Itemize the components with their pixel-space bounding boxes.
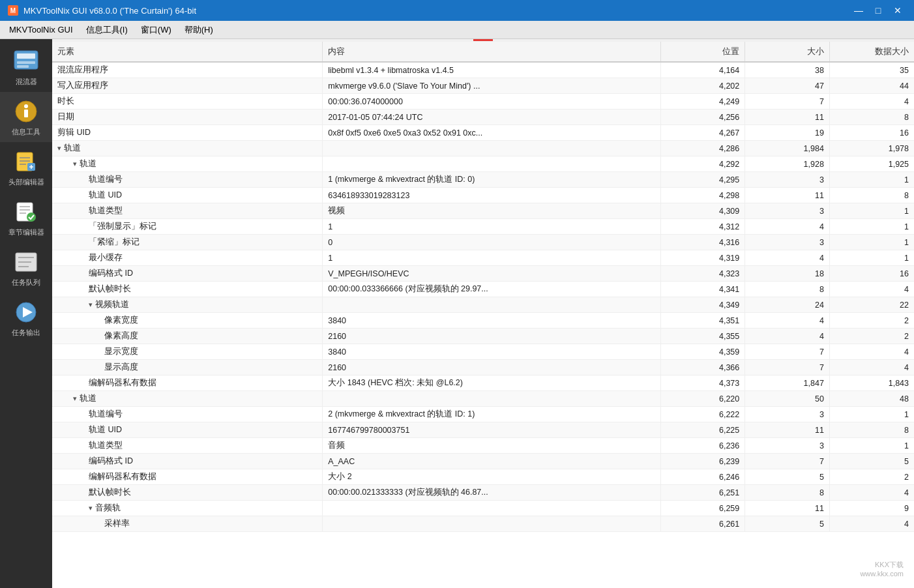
datasize-cell: 1 [829, 172, 914, 188]
table-row[interactable]: ▾ 视频轨道4,3492422 [52, 297, 914, 313]
position-cell: 6,246 [660, 469, 745, 485]
position-cell: 4,312 [660, 219, 745, 235]
position-cell: 4,249 [660, 94, 745, 110]
sidebar-item-task-output[interactable]: 任务输出 [0, 293, 52, 343]
content-cell: 大小 2 [323, 469, 660, 485]
table-row[interactable]: 轨道类型音频6,23631 [52, 438, 914, 454]
table-row[interactable]: ▾ 轨道4,2861,9841,978 [52, 141, 914, 156]
table-row[interactable]: 写入应用程序mkvmerge v9.6.0 ('Slave To Your Mi… [52, 78, 914, 94]
table-row[interactable]: 采样率6,26154 [52, 516, 914, 532]
task-queue-icon [12, 248, 40, 276]
table-row[interactable]: 最小缓存14,31941 [52, 250, 914, 266]
content-cell: 1 [323, 219, 660, 235]
size-cell: 4 [745, 219, 830, 235]
position-cell: 4,298 [660, 188, 745, 203]
menu-item-help[interactable]: 帮助(H) [178, 22, 220, 38]
size-cell: 1,928 [745, 156, 830, 172]
table-row[interactable]: 日期2017-01-05 07:44:24 UTC4,256118 [52, 110, 914, 125]
table-row[interactable]: 编解码器私有数据大小 1843 (HEVC 档次: 未知 @L6.2)4,373… [52, 375, 914, 391]
size-cell: 38 [745, 62, 830, 78]
position-cell: 4,349 [660, 297, 745, 313]
sidebar-item-task-queue[interactable]: 任务队列 [0, 243, 52, 293]
table-row[interactable]: 轨道 UID6346189330192831234,298118 [52, 188, 914, 203]
datasize-cell: 16 [829, 266, 914, 282]
size-cell: 11 [745, 188, 830, 203]
position-cell: 4,267 [660, 125, 745, 141]
table-row[interactable]: 「强制显示」标记14,31241 [52, 219, 914, 235]
datasize-cell: 4 [829, 360, 914, 375]
close-button[interactable]: ✕ [889, 4, 906, 17]
position-cell: 4,286 [660, 141, 745, 156]
datasize-cell: 48 [829, 391, 914, 407]
mixer-icon [12, 47, 40, 76]
table-row[interactable]: ▾ 音频轨6,259119 [52, 501, 914, 516]
content-cell: mkvmerge v9.6.0 ('Slave To Your Mind') .… [323, 78, 660, 94]
sidebar-item-header-editor[interactable]: 头部编辑器 [0, 142, 52, 192]
table-row[interactable]: 显示高度21604,36674 [52, 360, 914, 375]
menu-item-window[interactable]: 窗口(W) [134, 22, 178, 38]
sidebar-label-output: 任务输出 [12, 328, 40, 338]
table-row[interactable]: ▾ 轨道6,2205048 [52, 391, 914, 407]
content-cell: V_MPEGH/ISO/HEVC [323, 266, 660, 282]
table-row[interactable]: ▾ 轨道4,2921,9281,925 [52, 156, 914, 172]
table-container[interactable]: 元素 内容 位置 大小 数据大小 混流应用程序libebml v1.3.4 + … [52, 42, 914, 588]
table-row[interactable]: 显示宽度38404,35974 [52, 344, 914, 360]
sidebar-item-chapter-editor[interactable]: 章节编辑器 [0, 192, 52, 243]
position-cell: 4,309 [660, 203, 745, 219]
info-icon [12, 97, 40, 126]
position-cell: 4,351 [660, 313, 745, 329]
datasize-cell: 4 [829, 94, 914, 110]
expand-icon[interactable]: ▾ [89, 504, 93, 512]
expand-icon[interactable]: ▾ [89, 301, 93, 309]
table-row[interactable]: 轨道编号2 (mkvmerge & mkvextract 的轨道 ID: 1)6… [52, 407, 914, 422]
table-row[interactable]: 轨道 UID1677467997800037516,225118 [52, 422, 914, 438]
menu-item-info[interactable]: 信息工具(I) [80, 22, 134, 38]
content-cell [323, 516, 660, 532]
watermark: KKX下载 www.kkx.com [860, 560, 904, 578]
svg-rect-6 [24, 110, 28, 117]
table-row[interactable]: 编码格式 IDV_MPEGH/ISO/HEVC4,3231816 [52, 266, 914, 282]
table-row[interactable]: 默认帧时长00:00:00.021333333 (对应视频轨的 46.87...… [52, 485, 914, 501]
position-cell: 4,373 [660, 375, 745, 391]
col-header-datasize: 数据大小 [829, 42, 914, 62]
sidebar-label-info: 信息工具 [12, 127, 40, 137]
table-row[interactable]: 剪辑 UID0x8f 0xf5 0xe6 0xe5 0xa3 0x52 0x91… [52, 125, 914, 141]
content-cell [323, 156, 660, 172]
content-cell: 0 [323, 235, 660, 250]
table-row[interactable]: 像素高度21604,35542 [52, 329, 914, 344]
datasize-cell: 1 [829, 203, 914, 219]
table-row[interactable]: 「紧缩」标记04,31631 [52, 235, 914, 250]
element-label: 音频轨 [95, 503, 121, 512]
table-row[interactable]: 编解码器私有数据大小 26,24652 [52, 469, 914, 485]
expand-icon[interactable]: ▾ [57, 144, 61, 153]
position-cell: 4,319 [660, 250, 745, 266]
size-cell: 4 [745, 250, 830, 266]
table-row[interactable]: 混流应用程序libebml v1.3.4 + libmatroska v1.4.… [52, 62, 914, 78]
table-row[interactable]: 编码格式 IDA_AAC6,23975 [52, 454, 914, 469]
datasize-cell: 1,843 [829, 375, 914, 391]
table-row[interactable]: 时长00:00:36.0740000004,24974 [52, 94, 914, 110]
position-cell: 4,316 [660, 235, 745, 250]
datasize-cell: 2 [829, 329, 914, 344]
maximize-button[interactable]: □ [870, 4, 887, 17]
table-row[interactable]: 轨道编号1 (mkvmerge & mkvextract 的轨道 ID: 0)4… [52, 172, 914, 188]
table-row[interactable]: 像素宽度38404,35142 [52, 313, 914, 329]
content-cell: 00:00:00.021333333 (对应视频轨的 46.87... [323, 485, 660, 501]
expand-icon[interactable]: ▾ [73, 160, 77, 168]
size-cell: 3 [745, 203, 830, 219]
table-row[interactable]: 默认帧时长00:00:00.033366666 (对应视频轨的 29.97...… [52, 282, 914, 297]
size-cell: 11 [745, 422, 830, 438]
minimize-button[interactable]: — [850, 4, 867, 17]
table-row[interactable]: 轨道类型视频4,30931 [52, 203, 914, 219]
size-cell: 24 [745, 297, 830, 313]
size-cell: 50 [745, 391, 830, 407]
menu-item-app[interactable]: MKVToolNix GUI [3, 22, 80, 37]
menu-bar: MKVToolNix GUI 信息工具(I) 窗口(W) 帮助(H) [0, 21, 914, 39]
size-cell: 8 [745, 282, 830, 297]
sidebar-item-mixer[interactable]: 混流器 [0, 42, 52, 92]
size-cell: 3 [745, 172, 830, 188]
expand-icon[interactable]: ▾ [73, 394, 77, 403]
task-output-icon [12, 298, 40, 327]
sidebar-item-info[interactable]: 信息工具 [0, 92, 52, 142]
element-label: 轨道 [80, 159, 96, 168]
